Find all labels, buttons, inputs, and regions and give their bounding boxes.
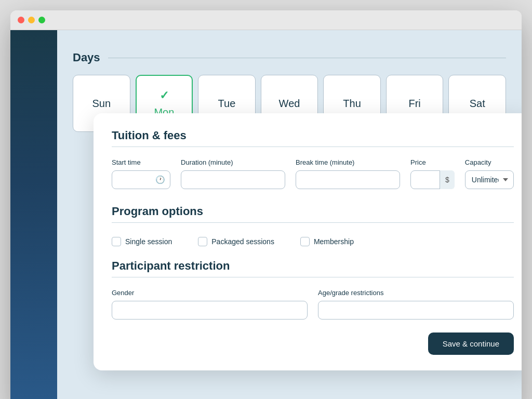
day-tue-label: Tue	[218, 98, 236, 110]
gender-group: Gender	[112, 289, 308, 320]
age-grade-input[interactable]	[318, 301, 514, 320]
break-time-input[interactable]	[296, 170, 400, 189]
save-continue-button[interactable]: Save & continue	[428, 332, 514, 355]
day-sun-label: Sun	[92, 98, 111, 110]
duration-input[interactable]	[181, 170, 285, 189]
packaged-sessions-checkbox[interactable]	[198, 237, 207, 246]
participant-restriction-divider	[112, 277, 514, 277]
age-grade-group: Age/grade restrictions	[318, 289, 514, 320]
program-options-section: Program options Single session Packaged …	[112, 205, 514, 246]
sidebar	[10, 30, 57, 399]
membership-item[interactable]: Membership	[300, 237, 354, 246]
main-area: Days Sun ✓ Mon Tue Wed	[57, 30, 522, 399]
start-time-input-wrapper: 🕐	[112, 170, 170, 189]
single-session-checkbox[interactable]	[112, 237, 121, 246]
duration-group: Duration (minute)	[181, 158, 285, 189]
days-header: Days	[73, 51, 506, 64]
tuition-fees-form-row: Start time 🕐 Duration (minute) Break ti	[112, 158, 514, 189]
tuition-fees-title: Tuition & fees	[112, 129, 514, 142]
mac-window: Days Sun ✓ Mon Tue Wed	[10, 10, 522, 399]
price-input-wrapper: $	[410, 170, 455, 189]
participant-restriction-title: Participant restriction	[112, 259, 514, 273]
price-group: Price $	[410, 158, 455, 189]
price-label: Price	[410, 158, 455, 166]
capacity-select[interactable]: Unlimited 5 10 15 20 25 30	[465, 170, 514, 189]
participant-restriction-form: Gender Age/grade restrictions	[112, 289, 514, 320]
single-session-item[interactable]: Single session	[112, 237, 172, 246]
day-wed-label: Wed	[279, 98, 300, 110]
price-suffix: $	[440, 170, 455, 189]
break-time-label: Break time (minute)	[296, 158, 400, 166]
packaged-sessions-item[interactable]: Packaged sessions	[198, 237, 274, 246]
break-time-group: Break time (minute)	[296, 158, 400, 189]
age-grade-label: Age/grade restrictions	[318, 289, 514, 297]
packaged-sessions-label: Packaged sessions	[211, 237, 274, 246]
days-divider	[108, 58, 506, 58]
maximize-button[interactable]	[38, 17, 45, 23]
start-time-label: Start time	[112, 158, 170, 166]
start-time-input[interactable]	[112, 170, 170, 189]
close-button[interactable]	[18, 17, 24, 23]
minimize-button[interactable]	[28, 17, 35, 23]
start-time-group: Start time 🕐	[112, 158, 170, 189]
days-title: Days	[73, 51, 100, 64]
tuition-fees-divider	[112, 147, 514, 147]
program-options-divider	[112, 222, 514, 223]
program-options-title: Program options	[112, 205, 514, 218]
capacity-group: Capacity Unlimited 5 10 15 20 25 30	[465, 158, 514, 189]
window-content: Days Sun ✓ Mon Tue Wed	[10, 30, 522, 399]
gender-label: Gender	[112, 289, 308, 297]
program-options-row: Single session Packaged sessions Members…	[112, 234, 514, 246]
membership-checkbox[interactable]	[300, 237, 310, 246]
check-icon-mon: ✓	[159, 89, 169, 102]
modal-dialog: Tuition & fees Start time 🕐 Duration (mi…	[94, 113, 522, 370]
tuition-fees-section: Tuition & fees Start time 🕐 Duration (mi…	[112, 129, 514, 189]
membership-label: Membership	[314, 237, 354, 246]
titlebar	[10, 10, 522, 30]
single-session-label: Single session	[125, 237, 172, 246]
day-sat-label: Sat	[470, 98, 485, 110]
day-fri-label: Fri	[408, 98, 420, 110]
gender-input[interactable]	[112, 301, 308, 320]
modal-footer: Save & continue	[112, 332, 514, 355]
capacity-label: Capacity	[465, 158, 514, 166]
participant-restriction-section: Participant restriction Gender Age/grade…	[112, 259, 514, 320]
duration-label: Duration (minute)	[181, 158, 285, 166]
day-thu-label: Thu	[343, 98, 361, 110]
